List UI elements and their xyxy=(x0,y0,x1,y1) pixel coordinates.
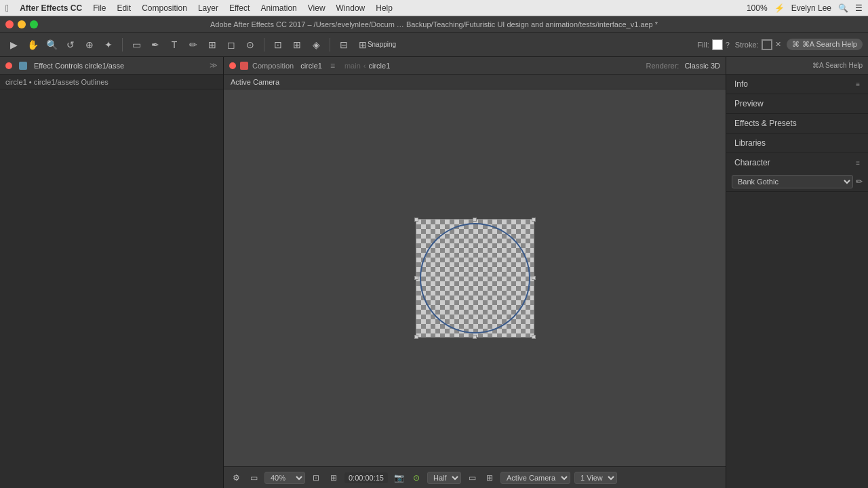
menu-help[interactable]: Help xyxy=(376,3,393,13)
frame-icon[interactable]: ⊞ xyxy=(327,471,340,485)
fill-question[interactable]: ? xyxy=(726,41,730,49)
app-name: After Effects CC xyxy=(20,3,82,13)
snapping[interactable]: Snapping xyxy=(374,37,390,53)
puppet-overlap[interactable]: ⊞ xyxy=(289,37,305,53)
zoom-select[interactable]: 40% xyxy=(264,472,305,484)
panel-expand-btn[interactable]: ≫ xyxy=(210,61,218,70)
preview-section-header[interactable]: Preview xyxy=(726,94,868,113)
effects-presets-label: Effects & Presets xyxy=(734,119,797,128)
comp-name: circle1 xyxy=(300,62,322,70)
close-button[interactable] xyxy=(5,20,14,28)
fill-control[interactable]: Fill: ? xyxy=(698,39,730,50)
comp-settings-right: Renderer: Classic 3D xyxy=(646,62,721,70)
search-help-label[interactable]: ⌘A Search Help xyxy=(812,62,863,69)
fill-box[interactable] xyxy=(712,39,723,50)
effects-presets-header[interactable]: Effects & Presets xyxy=(726,114,868,133)
handle-tm[interactable] xyxy=(473,218,477,222)
comp-menu-icon[interactable]: ≡ xyxy=(330,61,335,70)
handle-lm[interactable] xyxy=(414,276,418,280)
active-camera-label: Active Camera xyxy=(224,75,726,89)
character-header[interactable]: Character ≡ xyxy=(726,153,868,172)
puppet-pin[interactable]: ⊡ xyxy=(270,37,286,53)
libraries-section-header[interactable]: Libraries xyxy=(726,134,868,152)
eraser-tool[interactable]: ◻ xyxy=(223,37,239,53)
stroke-box[interactable] xyxy=(762,39,772,50)
menu-file[interactable]: File xyxy=(93,3,106,13)
puppet-starch[interactable]: ◈ xyxy=(308,37,324,53)
titlebar: Adobe After Effects CC 2017 – /Users/eve… xyxy=(0,16,868,33)
effects-presets-section: Effects & Presets xyxy=(726,114,868,134)
toolbar-sep-1 xyxy=(122,38,123,52)
resolution-icon[interactable]: ⊡ xyxy=(309,471,323,485)
search-icon[interactable]: 🔍 xyxy=(838,3,848,13)
grid-icon[interactable]: ⊞ xyxy=(483,471,496,485)
brush-tool[interactable]: ✏ xyxy=(185,37,201,53)
search-help-bar[interactable]: ⌘ ⌘A Search Help xyxy=(787,39,863,50)
hand-tool[interactable]: ✋ xyxy=(24,37,41,53)
apple-menu[interactable]:  xyxy=(5,3,9,14)
handle-tl[interactable] xyxy=(414,218,418,222)
toolbar-right: Fill: ? Stroke: ✕ ⌘ ⌘A Search Help xyxy=(698,39,863,50)
roto-tool[interactable]: ⊙ xyxy=(242,37,258,53)
renderer-value[interactable]: Classic 3D xyxy=(684,62,720,70)
toolbar-sep-2 xyxy=(264,38,264,52)
font-picker-icon[interactable]: ✏ xyxy=(856,177,863,186)
align-left[interactable]: ⊟ xyxy=(336,37,352,53)
view-select[interactable]: 1 View xyxy=(574,472,617,484)
right-search: ⌘A Search Help xyxy=(812,62,863,69)
effect-breadcrumb: circle1 • circle1/assets Outlines xyxy=(0,75,223,89)
menu-animation[interactable]: Animation xyxy=(260,3,296,13)
breadcrumb-arrow: ‹ xyxy=(363,62,366,70)
selection-tool[interactable]: ▶ xyxy=(5,37,22,53)
color-space-icon[interactable]: ⊙ xyxy=(410,471,423,485)
handle-bm[interactable] xyxy=(473,335,477,339)
font-select[interactable]: Bank Gothic xyxy=(732,175,853,188)
breadcrumb-nav: main ‹ circle1 xyxy=(344,62,390,70)
menu-layer[interactable]: Layer xyxy=(198,3,218,13)
handle-tr[interactable] xyxy=(532,218,536,222)
canvas-area[interactable] xyxy=(224,89,726,466)
effect-controls-body xyxy=(0,89,223,488)
center-area: Composition circle1 ≡ main ‹ circle1 Ren… xyxy=(224,57,726,488)
puppet-tool[interactable]: ✦ xyxy=(100,37,117,53)
breadcrumb-current: circle1 xyxy=(368,62,390,70)
breadcrumb-parent[interactable]: main xyxy=(344,62,361,70)
composition-label: Composition xyxy=(252,62,294,70)
menu-edit[interactable]: Edit xyxy=(117,3,131,13)
libraries-section: Libraries xyxy=(726,134,868,153)
camera-snap-icon[interactable]: 📷 xyxy=(392,471,406,485)
effect-color xyxy=(19,62,27,70)
comp-view-icon2[interactable]: ▭ xyxy=(465,471,479,485)
stroke-control[interactable]: Stroke: ✕ xyxy=(735,39,781,50)
camera-tool[interactable]: ⊕ xyxy=(81,37,98,53)
clone-tool[interactable]: ⊞ xyxy=(204,37,220,53)
text-tool[interactable]: T xyxy=(166,37,182,53)
menu-composition[interactable]: Composition xyxy=(142,3,187,13)
comp-settings-icon[interactable]: ⚙ xyxy=(229,471,243,485)
info-section-header[interactable]: Info ≡ xyxy=(726,75,868,94)
minimize-button[interactable] xyxy=(18,20,26,28)
stroke-x[interactable]: ✕ xyxy=(775,40,781,49)
rotate-tool[interactable]: ↺ xyxy=(62,37,79,53)
toolbar-sep-3 xyxy=(330,38,330,52)
menu-effect[interactable]: Effect xyxy=(229,3,250,13)
menu-view[interactable]: View xyxy=(308,3,326,13)
quality-select[interactable]: Half xyxy=(427,472,461,484)
pen-tool[interactable]: ✒ xyxy=(147,37,163,53)
time-display[interactable]: 0:00:00:15 xyxy=(344,472,388,483)
camera-select[interactable]: Active Camera xyxy=(500,472,570,484)
renderer-label: Renderer: xyxy=(646,62,679,70)
handle-br[interactable] xyxy=(532,335,536,339)
effect-close-btn[interactable] xyxy=(5,62,12,69)
traffic-lights xyxy=(5,20,38,28)
shape-rect[interactable]: ▭ xyxy=(128,37,144,53)
menu-icon[interactable]: ☰ xyxy=(855,3,863,13)
menu-window[interactable]: Window xyxy=(336,3,366,13)
handle-bl[interactable] xyxy=(414,335,418,339)
comp-close-btn[interactable] xyxy=(229,62,236,69)
fill-label: Fill: xyxy=(698,41,709,49)
handle-rm[interactable] xyxy=(532,276,536,280)
maximize-button[interactable] xyxy=(30,20,38,28)
zoom-tool[interactable]: 🔍 xyxy=(43,37,60,53)
comp-view-icon[interactable]: ▭ xyxy=(247,471,260,485)
